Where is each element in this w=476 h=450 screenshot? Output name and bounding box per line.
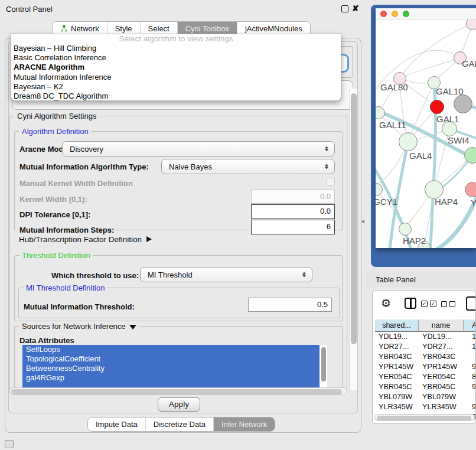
algorithm-definition-group: Algorithm Definition Aracne Mode: Discov… [14, 131, 343, 230]
table-row[interactable]: YLR345W YLR345W 9. [375, 402, 476, 412]
node-label: GAL11 [379, 120, 406, 130]
dropdown-item-basic-correlation[interactable]: Basic Correlation Inference [11, 53, 341, 63]
dropdown-item-bayesian-k2[interactable]: Bayesian – K2 [11, 82, 341, 92]
mi-threshold-input[interactable]: 0.5 [248, 298, 332, 312]
aracne-mode-select[interactable]: Discovery [62, 141, 335, 156]
gear-icon[interactable]: ⚙ [381, 296, 391, 310]
scrollbar-thumb[interactable] [321, 347, 326, 381]
select-all-checkbox-icon[interactable]: ✓ [421, 301, 428, 307]
table-row[interactable]: YER054C YER054C 8. [375, 372, 476, 382]
mi-steps-input[interactable]: 6 [251, 220, 335, 234]
tab-infer-network[interactable]: Infer Network [214, 418, 275, 431]
table-row[interactable]: YDR27... YDR27... 12 [375, 342, 476, 352]
threshold-select[interactable]: MI Threshold [140, 267, 312, 282]
dpi-tolerance-input[interactable]: 0.0 [251, 204, 335, 219]
sources-title: Sources for Network Inference [22, 322, 126, 331]
splitpane-handle-icon[interactable]: ◄ [360, 218, 366, 224]
control-panel-titlebar: Control Panel ✘ [0, 0, 366, 15]
node-label: SWI4 [448, 135, 470, 145]
node-gal1[interactable] [430, 100, 444, 114]
mi-threshold-group: MI Threshold Definition Mutual Informati… [18, 288, 340, 318]
node-label: GAL4 [409, 151, 432, 161]
network-canvas[interactable]: GAL GAL80 GAL10 GAL1 GAL11 SWI4 GAL4 GCY… [376, 19, 476, 248]
node-label: GAL [462, 58, 476, 69]
dropdown-item-mutual-information[interactable]: Mutual Information Inference [11, 73, 341, 82]
dropdown-item-aracne[interactable]: ARACNE Algorithm [11, 63, 341, 72]
node-unlabeled[interactable] [464, 147, 476, 164]
table-horizontal-scrollbar[interactable] [374, 414, 475, 421]
list-scrollbar[interactable] [319, 345, 327, 387]
threshold-definition-group: Threshold Definition Which threshold to … [14, 255, 343, 321]
kernel-width-input[interactable]: 0.0 [251, 190, 335, 204]
close-window-icon[interactable] [380, 11, 387, 17]
column-header-extra[interactable]: A [464, 319, 476, 332]
table-row[interactable]: YDL19... YDL19... 13 [375, 332, 476, 342]
expand-right-icon [146, 236, 152, 242]
table-row[interactable]: YPR145W YPR145W 9. [375, 362, 476, 372]
mi-steps-label: Mutual Information Steps: [19, 226, 114, 234]
tab-impute-data[interactable]: Impute Data [88, 418, 146, 431]
list-item[interactable]: BetweennessCentrality [22, 364, 319, 373]
dropdown-item-bayesian-hill-climbing[interactable]: Bayesian – Hill Climbing [11, 44, 341, 53]
cell-extra: 9. [464, 402, 476, 412]
list-item[interactable]: SelfLoops [22, 345, 319, 354]
tab-label: Impute Data [96, 418, 138, 431]
tab-discretize-data[interactable]: Discretize Data [146, 418, 214, 431]
table-panel-titlebar: Table Panel [366, 272, 476, 287]
hub-definition-expander[interactable]: Hub/Transcription Factor Definition [19, 235, 152, 244]
apply-button[interactable]: Apply [158, 397, 200, 412]
cell-name: YBR045C [419, 382, 464, 392]
deselect-all-checkbox-icon[interactable] [449, 301, 455, 307]
dpi-tolerance-label: DPI Tolerance [0,1]: [19, 210, 90, 219]
manual-kernel-checkbox[interactable] [327, 178, 335, 186]
network-window-titlebar[interactable] [376, 8, 476, 19]
table-panel-title: Table Panel [376, 275, 416, 284]
table-mode-icon[interactable] [466, 296, 476, 311]
float-panel-icon[interactable] [341, 5, 348, 12]
minimize-window-icon[interactable] [392, 11, 398, 17]
select-all-checkbox-icon[interactable]: ✓ [430, 301, 436, 307]
settings-vertical-scrollbar[interactable] [350, 89, 357, 390]
zoom-window-icon[interactable] [403, 11, 409, 17]
mi-type-label: Mutual Information Algorithm Type: [19, 162, 149, 171]
cell-extra: 8. [464, 372, 476, 382]
minimized-panel-icon[interactable] [5, 440, 14, 448]
node-hap2[interactable] [399, 223, 412, 236]
list-item[interactable]: gal4RGexp [22, 373, 319, 383]
sources-expander[interactable]: Sources for Network Inference [19, 322, 139, 331]
table-panel: ⚙ ✓ ✓ shared... name A YDL19... YDL19...… [372, 291, 476, 424]
selected-value: Discovery [70, 145, 103, 154]
list-item-partial[interactable] [22, 383, 319, 387]
group-title: MI Threshold Definition [24, 283, 107, 292]
deselect-all-checkbox-icon[interactable] [441, 301, 447, 307]
table-row[interactable]: YBL079W YBL079W [375, 392, 476, 402]
cell-extra: 13 [464, 332, 476, 342]
table-row[interactable]: YBR043C YBR043C [375, 352, 476, 362]
scrollbar-thumb[interactable] [377, 416, 471, 421]
network-window[interactable]: GAL GAL80 GAL10 GAL1 GAL11 SWI4 GAL4 GCY… [376, 8, 476, 248]
network-icon [60, 25, 68, 32]
cell-shared: YDR27... [375, 342, 419, 352]
node-y-partial[interactable] [465, 182, 476, 197]
dropdown-item-dream8[interactable]: Dream8 DC_TDC Algorithm [11, 92, 341, 101]
column-header-name[interactable]: name [419, 319, 464, 332]
mi-algorithm-type-select[interactable]: Naive Bayes [161, 159, 335, 174]
group-title: Algorithm Definition [19, 127, 91, 136]
scrollbar-thumb[interactable] [11, 389, 342, 394]
table-row[interactable]: YBR045C YBR045C 9. [375, 382, 476, 392]
columns-icon[interactable] [405, 298, 416, 309]
close-panel-icon[interactable]: ✘ [352, 4, 359, 13]
scrollbar-thumb[interactable] [351, 93, 357, 344]
which-threshold-label: Which threshold to use: [51, 271, 139, 280]
list-item[interactable]: TopologicalCoefficient [22, 354, 319, 364]
data-attributes-list[interactable]: SelfLoops TopologicalCoefficient Between… [22, 345, 327, 387]
cell-extra: 9. [464, 362, 476, 372]
cell-name: YDR27... [419, 342, 464, 352]
settings-horizontal-scrollbar[interactable] [9, 387, 347, 395]
node-label: HAP2 [403, 236, 426, 246]
node-gal4[interactable] [399, 132, 418, 151]
cyni-bottom-tabbar: Impute Data Discretize Data Infer Networ… [87, 417, 275, 432]
dropdown-placeholder: Select algorithm to view settings [11, 34, 341, 44]
node-gray[interactable] [454, 94, 472, 113]
column-header-shared[interactable]: shared... [375, 319, 419, 332]
